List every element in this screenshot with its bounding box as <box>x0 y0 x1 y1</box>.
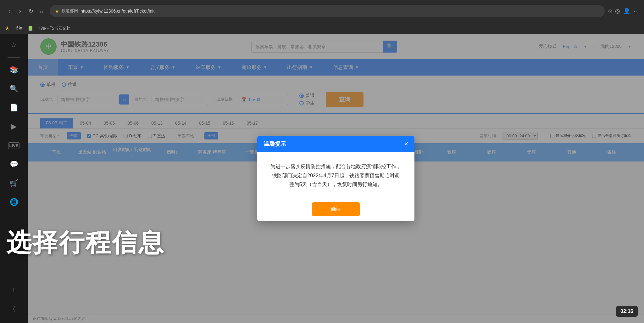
star-icon: ★ <box>55 8 59 14</box>
bookmarks-bar: ★ 书签 📗 书签 - 飞书云文档 <box>0 22 644 34</box>
cart-icon: 🛒 <box>10 179 18 187</box>
sidebar-item-search[interactable]: 🔍 <box>4 81 23 97</box>
sidebar-item-collapse[interactable]: ⟨ <box>4 301 23 317</box>
sidebar-item-chat[interactable]: 💬 <box>4 156 23 172</box>
left-sidebar: ☆ 📚 🔍 📄 ▶ LIVE 💬 🛒 🌐 + ⟨ <box>0 34 28 323</box>
reader-icon: 📄 <box>10 104 18 112</box>
star-sidebar-icon: ☆ <box>11 41 17 49</box>
modal-title: 温馨提示 <box>264 140 286 148</box>
nav-buttons: ‹ › ↻ ⌂ <box>5 7 46 15</box>
more-icon[interactable]: ⋯ <box>633 8 639 14</box>
address-bar[interactable]: ★ 铁道部网 https://kyfw.12306.cn/otn/leftTic… <box>50 5 605 17</box>
search-sidebar-icon: 🔍 <box>10 85 18 93</box>
collapse-icon: ⟨ <box>13 305 15 312</box>
video-icon: ▶ <box>11 122 17 131</box>
modal-footer: 确认 <box>257 197 414 221</box>
collection-icon: 📚 <box>10 66 18 74</box>
sidebar-item-cart[interactable]: 🛒 <box>4 175 23 191</box>
sidebar-item-collection[interactable]: 📚 <box>4 62 23 78</box>
bookmark-green-icon: 📗 <box>28 26 33 31</box>
bookmark-label-2: 书签 - 飞书云文档 <box>38 26 70 31</box>
sidebar-item-translate[interactable]: 🌐 <box>4 194 23 210</box>
sidebar-item-add[interactable]: + <box>4 282 23 298</box>
sidebar-bottom: + ⟨ <box>4 282 23 317</box>
chat-icon: 💬 <box>10 160 18 168</box>
modal-dialog: 温馨提示 × 为进一步落实疫情防控措施，配合各地政府疫情防控工作，铁路部门决定自… <box>257 136 414 221</box>
home-button[interactable]: ⌂ <box>37 7 46 15</box>
browser-chrome: ‹ › ↻ ⌂ ★ 铁道部网 https://kyfw.12306.cn/otn… <box>0 0 644 22</box>
timer-badge: 02:16 <box>616 306 638 317</box>
translate-icon: 🌐 <box>10 198 18 206</box>
extension-icon[interactable]: ◎ <box>615 8 620 14</box>
profile-icon[interactable]: 👤 <box>623 8 630 14</box>
url-text: https://kyfw.12306.cn/otn/leftTicket/ini… <box>80 8 154 14</box>
sidebar-divider-1 <box>8 57 20 58</box>
sidebar-item-reader[interactable]: 📄 <box>4 100 23 116</box>
sidebar-item-live[interactable]: LIVE <box>4 138 23 153</box>
share-icon[interactable]: ⎋ <box>608 8 612 14</box>
bookmark-item-2[interactable]: 书签 - 飞书云文档 <box>38 26 70 31</box>
sidebar-item-star[interactable]: ☆ <box>4 37 23 53</box>
sidebar-item-video[interactable]: ▶ <box>4 119 23 134</box>
browser-right-controls: ⎋ ◎ 👤 ⋯ <box>608 8 639 14</box>
reload-button[interactable]: ↻ <box>26 7 35 15</box>
live-icon: LIVE <box>8 142 20 149</box>
bookmark-star-icon: ★ <box>5 25 9 31</box>
modal-header: 温馨提示 × <box>257 136 414 152</box>
bookmark-label-1: 书签 <box>14 26 23 31</box>
modal-body: 为进一步落实疫情防控措施，配合各地政府疫情防控工作，铁路部门决定自2022年4月… <box>257 152 414 197</box>
add-icon: + <box>12 286 16 294</box>
forward-button[interactable]: › <box>16 7 25 15</box>
back-button[interactable]: ‹ <box>5 7 14 15</box>
bookmark-item-1[interactable]: 书签 <box>14 26 23 31</box>
modal-confirm-button[interactable]: 确认 <box>312 202 360 216</box>
site-name: 铁道部网 <box>62 8 78 14</box>
modal-close-button[interactable]: × <box>404 140 408 147</box>
modal-overlay: 温馨提示 × 为进一步落实疫情防控措施，配合各地政府疫情防控工作，铁路部门决定自… <box>28 34 644 323</box>
overlay-text: 选择行程信息 <box>0 226 171 260</box>
